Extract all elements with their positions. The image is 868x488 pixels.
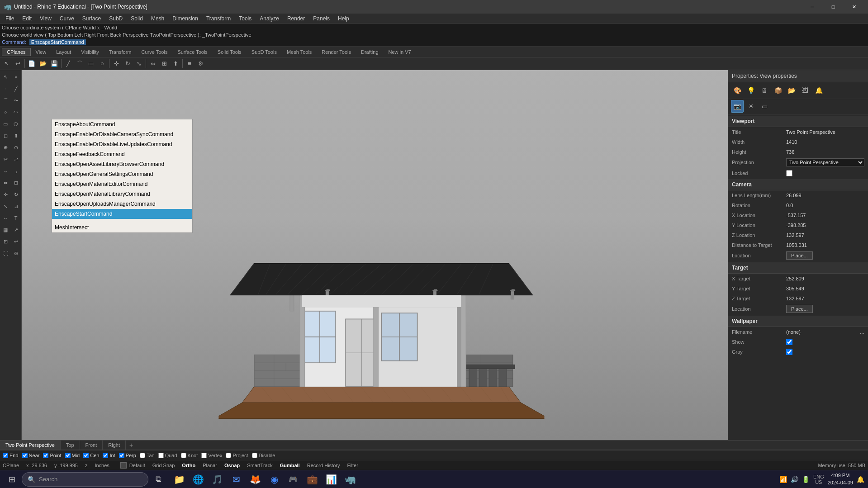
menu-item-file[interactable]: File <box>2 14 18 23</box>
taskbar-app-edge[interactable]: 🌐 <box>189 470 207 488</box>
taskbar-app-firefox[interactable]: 🦊 <box>246 470 264 488</box>
panel-rendering-icon[interactable]: 💡 <box>745 84 757 97</box>
save-tool[interactable]: 💾 <box>49 58 60 69</box>
osnap-point[interactable]: Point <box>43 453 61 458</box>
panel-sun-icon[interactable]: ☀ <box>745 100 757 113</box>
autocomplete-dropdown[interactable]: EnscapeAboutCommandEnscapeEnableOrDisabl… <box>52 119 193 233</box>
menu-item-help[interactable]: Help <box>334 14 353 23</box>
boolean-icon[interactable]: ⊕ <box>0 142 10 152</box>
taskbar-clock[interactable]: 4:09 PM 2024-04-09 <box>828 472 853 486</box>
osnap-disable[interactable]: Disable <box>252 453 275 458</box>
fillet-icon[interactable]: ⌣ <box>0 166 10 176</box>
twist-icon[interactable]: ↩ <box>11 237 21 246</box>
toolbar-tab-visibility[interactable]: Visibility <box>76 48 104 56</box>
point-icon[interactable]: · <box>0 84 10 94</box>
viewport-main[interactable]: EnscapeAboutCommandEnscapeEnableOrDisabl… <box>22 70 728 440</box>
status-ortho[interactable]: Ortho <box>182 463 195 468</box>
extend-icon[interactable]: ⇌ <box>11 154 21 164</box>
select-tool[interactable]: ↖ <box>1 58 12 69</box>
move-tool[interactable]: ✛ <box>111 58 122 69</box>
freeform-icon[interactable]: 〜 <box>11 95 21 105</box>
close-button[interactable]: ✕ <box>844 0 864 14</box>
extrude-icon[interactable]: ⬆ <box>11 131 21 141</box>
menu-item-curve[interactable]: Curve <box>56 14 78 23</box>
trim-icon[interactable]: ✂ <box>0 154 10 164</box>
ac-item-enscapeopenmateriallibrarycommand[interactable]: EnscapeOpenMaterialLibraryCommand <box>52 189 192 199</box>
dimension-icon[interactable]: ↔ <box>0 213 10 223</box>
status-osnap[interactable]: Osnap <box>224 463 240 468</box>
array-icon[interactable]: ⊞ <box>11 178 21 188</box>
minimize-button[interactable]: ─ <box>802 0 823 14</box>
orient-icon[interactable]: ⊿ <box>11 201 21 211</box>
properties-tool[interactable]: ⚙ <box>195 58 206 69</box>
ac-item-enscapeenableordisablecamerasynccommand[interactable]: EnscapeEnableOrDisableCameraSyncCommand <box>52 129 192 139</box>
panel-display-icon[interactable]: 🖥 <box>758 84 771 97</box>
status-planar[interactable]: Planar <box>203 463 217 468</box>
vp-tab-right[interactable]: Right <box>103 441 126 450</box>
osnap-quad[interactable]: Quad <box>158 453 177 458</box>
status-cplane[interactable]: CPlane <box>3 463 19 468</box>
maximize-button[interactable]: □ <box>823 0 844 14</box>
new-tool[interactable]: 📄 <box>26 58 37 69</box>
toolbar-tab-transform[interactable]: Transform <box>104 48 137 56</box>
taskbar-app-chrome[interactable]: ◉ <box>265 470 283 488</box>
toolbar-tab-mesh-tools[interactable]: Mesh Tools <box>282 48 317 56</box>
menu-item-surface[interactable]: Surface <box>79 14 104 23</box>
taskbar-app-outlook[interactable]: 📊 <box>322 470 340 488</box>
menu-item-view[interactable]: View <box>36 14 55 23</box>
toolbar-tab-curve-tools[interactable]: Curve Tools <box>137 48 173 56</box>
prop-locked-checkbox[interactable] <box>786 170 792 176</box>
menu-item-transform[interactable]: Transform <box>203 14 234 23</box>
menu-item-tools[interactable]: Tools <box>235 14 255 23</box>
toolbar-tab-surface-tools[interactable]: Surface Tools <box>172 48 212 56</box>
scale-icon[interactable]: ⤡ <box>0 201 10 211</box>
osnap-int[interactable]: Int <box>103 453 115 458</box>
panel-material-icon[interactable]: 🎨 <box>731 84 744 97</box>
taskbar-app-rhino[interactable]: 🦏 <box>341 470 359 488</box>
osnap-end[interactable]: End <box>3 453 19 458</box>
line-icon[interactable]: ╱ <box>11 84 21 94</box>
osnap-knot[interactable]: Knot <box>181 453 198 458</box>
toolbar-tab-view[interactable]: View <box>31 48 52 56</box>
taskbar-app-teams[interactable]: 💼 <box>303 470 321 488</box>
text-icon[interactable]: T <box>11 213 21 223</box>
surface-icon[interactable]: ◻ <box>0 131 10 141</box>
ac-item-enscapestartcommand[interactable]: EnscapeStartCommand <box>52 209 192 219</box>
group-icon[interactable]: ⛶ <box>0 248 10 258</box>
arc-icon[interactable]: ◠ <box>11 107 21 117</box>
prop-filename-btn[interactable]: ... <box>860 329 864 335</box>
ac-item-enscapeopenmaterialeditorcommand[interactable]: EnscapeOpenMaterialEditorCommand <box>52 179 192 189</box>
osnap-near[interactable]: Near <box>22 453 40 458</box>
taskbar-notification-icon[interactable]: 🔔 <box>857 476 864 483</box>
vp-tab-two-point-perspective[interactable]: Two Point Perspective <box>0 441 61 450</box>
menu-item-subd[interactable]: SubD <box>105 14 126 23</box>
menu-item-edit[interactable]: Edit <box>19 14 35 23</box>
menu-item-render[interactable]: Render <box>284 14 308 23</box>
panel-camera-icon[interactable]: 📷 <box>731 100 744 113</box>
osnap-project[interactable]: Project <box>226 453 248 458</box>
taskbar-app-spotify[interactable]: 🎵 <box>208 470 226 488</box>
curve-icon[interactable]: ⌒ <box>0 95 10 105</box>
line-tool[interactable]: ╱ <box>63 58 74 69</box>
ac-item-meshintersect[interactable]: MeshIntersect <box>52 223 192 232</box>
extrude-tool[interactable]: ⬆ <box>170 58 181 69</box>
toolbar-tab-cplanes[interactable]: CPlanes <box>2 48 31 56</box>
osnap-tan[interactable]: Tan <box>140 453 155 458</box>
menu-item-analyze[interactable]: Analyze <box>256 14 283 23</box>
circle-icon[interactable]: ○ <box>0 107 10 117</box>
rotate-tool[interactable]: ↻ <box>122 58 133 69</box>
toolbar-tab-layout[interactable]: Layout <box>51 48 76 56</box>
vp-tab-add[interactable]: + <box>126 441 137 449</box>
lasso-icon[interactable]: ⌖ <box>11 72 21 82</box>
layer-tool[interactable]: ≡ <box>184 58 195 69</box>
menu-item-mesh[interactable]: Mesh <box>147 14 168 23</box>
start-button[interactable]: ⊞ <box>4 471 20 488</box>
panel-open-icon[interactable]: 📂 <box>785 84 798 97</box>
status-smart-track[interactable]: SmartTrack <box>247 463 272 468</box>
status-record-history[interactable]: Record History <box>307 463 340 468</box>
rect-tool[interactable]: ▭ <box>85 58 96 69</box>
rect-icon[interactable]: ▭ <box>0 119 10 129</box>
status-filter[interactable]: Filter <box>347 463 358 468</box>
ac-item-enscapeenableordisableliveupdatescommand[interactable]: EnscapeEnableOrDisableLiveUpdatesCommand <box>52 139 192 149</box>
toolbar-tab-new-in-v7[interactable]: New in V7 <box>384 48 416 56</box>
